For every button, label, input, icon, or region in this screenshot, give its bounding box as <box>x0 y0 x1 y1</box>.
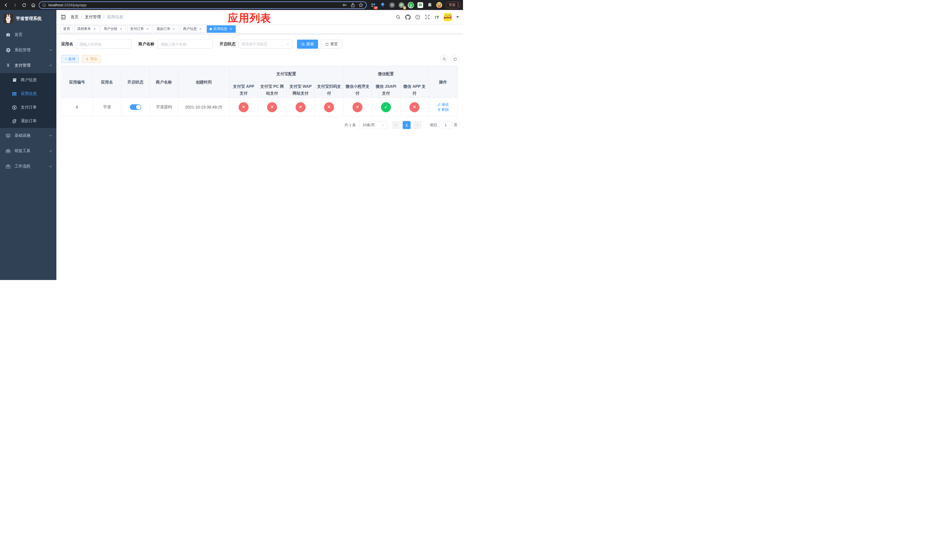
tab-home[interactable]: 首页 <box>61 25 73 33</box>
tab-app-info[interactable]: 应用信息✕ <box>207 25 236 33</box>
sidebar-item-home[interactable]: 首页 <box>0 27 56 42</box>
sidebar-item-label: 基础设施 <box>15 133 45 138</box>
y-extension-icon[interactable]: y <box>408 2 414 8</box>
tab-user-group[interactable]: 用户分组✕ <box>101 25 126 33</box>
proxy-extension-icon[interactable]: 1 <box>398 2 405 8</box>
sidebar-item-pay-order[interactable]: 支付订单 <box>0 101 56 114</box>
plus-icon: + <box>65 57 67 61</box>
site-info-icon[interactable] <box>42 3 46 7</box>
font-size-icon[interactable]: TT <box>434 15 439 20</box>
chevron-down-icon <box>381 124 385 127</box>
browser-update-button[interactable]: 更新 <box>446 2 461 8</box>
toggle-search-button[interactable] <box>440 55 448 63</box>
jump-suffix: 页 <box>454 123 458 128</box>
total-count: 共 1 条 <box>345 123 356 128</box>
close-icon[interactable]: ✕ <box>172 27 176 31</box>
breadcrumb-home[interactable]: 首页 <box>71 15 79 20</box>
chat-extension-icon[interactable] <box>417 2 424 8</box>
dashboard-icon <box>6 32 11 37</box>
app-name-input[interactable] <box>76 39 132 49</box>
close-icon[interactable]: ✕ <box>198 27 203 31</box>
cell-app-name: 芋道 <box>93 98 121 117</box>
merchant-name-input[interactable] <box>157 39 213 49</box>
col-merchant: 商户名称 <box>150 66 178 98</box>
command-extension-icon[interactable]: ⌘ <box>389 2 395 8</box>
browser-back-button[interactable] <box>2 2 10 9</box>
app-logo-rabbit <box>3 14 13 23</box>
app-name-label: 应用名 <box>61 42 73 47</box>
search-button[interactable]: 搜索 <box>297 39 318 49</box>
tab-merchant-info[interactable]: 商户信息✕ <box>180 25 205 33</box>
alipay-app-status-icon: ✕ <box>239 102 248 112</box>
jump-page-input[interactable] <box>439 121 452 129</box>
emoji-extension-icon[interactable] <box>436 2 442 8</box>
sidebar-item-app-info[interactable]: 应用信息 <box>0 87 56 101</box>
status-select[interactable]: 请选择开启状态 <box>238 39 292 49</box>
export-button[interactable]: 导出 <box>82 55 101 63</box>
tab-pay-order[interactable]: 支付订单✕ <box>127 25 152 33</box>
help-icon[interactable]: ? <box>415 15 420 20</box>
browser-home-button[interactable] <box>30 2 37 9</box>
browser-menu-icon[interactable] <box>457 3 459 8</box>
pay-submenu: 商户信息 应用信息 支付订单 退款订单 <box>0 73 56 128</box>
github-icon[interactable] <box>405 15 411 20</box>
address-bar[interactable]: localhost:1024/pay/app <box>39 2 367 9</box>
enabled-toggle[interactable] <box>130 104 141 110</box>
sidebar-item-pay[interactable]: ¥ 支付管理 <box>0 58 56 73</box>
share-icon[interactable] <box>351 3 355 8</box>
close-icon[interactable]: ✕ <box>119 27 123 31</box>
extensions-puzzle-button[interactable] <box>427 2 433 8</box>
sidebar-item-devtools[interactable]: 研发工具 <box>0 143 56 159</box>
page-size-select[interactable]: 10条/页 <box>359 121 387 129</box>
password-key-icon[interactable] <box>342 3 347 8</box>
sidebar-item-workflow[interactable]: 工作流程 <box>0 159 56 174</box>
diamond-icon <box>380 2 385 8</box>
emoji-face-icon <box>436 2 442 8</box>
collapse-sidebar-icon[interactable] <box>61 14 66 20</box>
prev-page-button[interactable] <box>392 121 400 129</box>
avatar-caret-icon[interactable] <box>456 16 459 18</box>
chevron-down-icon <box>49 48 52 52</box>
update-label: 更新 <box>449 3 455 8</box>
sidebar-logo-row[interactable]: 芋道管理系统 <box>0 10 56 27</box>
extension-badge: 10 <box>374 6 378 9</box>
delete-link[interactable]: 删除 <box>437 107 449 112</box>
close-icon[interactable]: ✕ <box>92 27 97 31</box>
close-icon[interactable]: ✕ <box>145 27 150 31</box>
sidebar-item-refund-order[interactable]: 退款订单 <box>0 114 56 128</box>
next-page-button[interactable] <box>413 121 421 129</box>
header-search-icon[interactable] <box>396 15 401 20</box>
tab-refund-order[interactable]: 退款订单✕ <box>154 25 179 33</box>
edit-link[interactable]: 修改 <box>437 102 449 107</box>
sidebar-item-label: 系统管理 <box>15 48 45 53</box>
col-alipay-wap: 支付宝 WAP 网站支付 <box>286 82 315 98</box>
kite-extension-icon[interactable] <box>380 2 386 8</box>
sidebar-item-infra[interactable]: 基础设施 <box>0 128 56 143</box>
chat-bubble-icon <box>418 2 423 8</box>
breadcrumb: 首页 / 支付管理 / 应用信息 <box>71 15 123 20</box>
pinned-extension-icon[interactable]: 10 <box>370 2 377 8</box>
refresh-table-button[interactable] <box>451 55 459 63</box>
reset-button[interactable]: 重置 <box>321 39 342 49</box>
chevron-down-icon <box>49 134 52 137</box>
page-number-button[interactable]: 1 <box>402 121 411 129</box>
user-avatar[interactable] <box>443 13 452 21</box>
fullscreen-icon[interactable] <box>425 15 430 20</box>
tab-process-form[interactable]: 流程表单✕ <box>74 25 99 33</box>
close-icon[interactable]: ✕ <box>229 27 233 31</box>
yen-icon: ¥ <box>6 63 11 68</box>
sidebar-item-system[interactable]: 系统管理 <box>0 42 56 58</box>
bookmark-star-icon[interactable] <box>359 3 363 8</box>
browser-reload-button[interactable] <box>21 2 28 9</box>
col-created: 创建时间 <box>178 66 230 98</box>
home-icon <box>31 3 36 8</box>
browser-forward-button[interactable] <box>11 2 19 9</box>
extension-badge: 1 <box>403 6 406 9</box>
svg-text:?: ? <box>417 15 419 18</box>
storefront-icon <box>12 78 17 82</box>
add-button[interactable]: + 新增 <box>61 55 79 63</box>
col-app-name: 应用名 <box>93 66 121 98</box>
sidebar-item-label: 首页 <box>15 32 52 37</box>
sidebar-item-merchant-info[interactable]: 商户信息 <box>0 73 56 87</box>
breadcrumb-pay[interactable]: 支付管理 <box>85 15 101 20</box>
